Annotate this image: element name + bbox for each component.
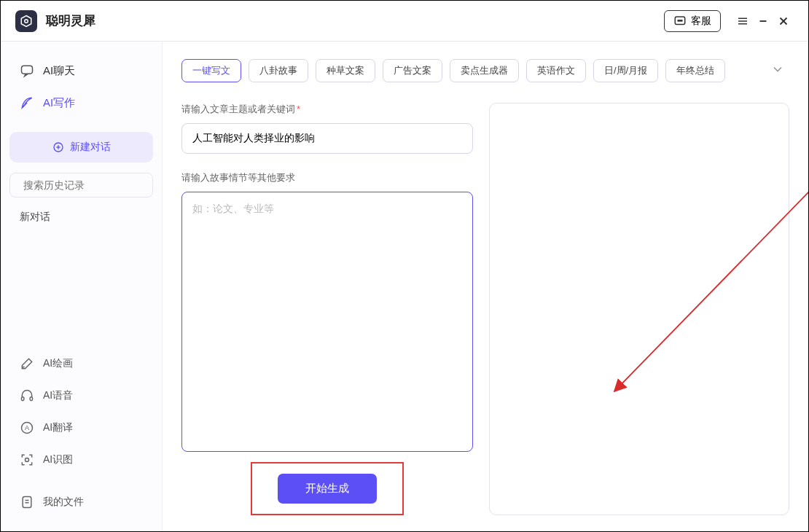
svg-point-3: [678, 20, 679, 21]
feather-icon: [20, 95, 34, 110]
tag-button[interactable]: 一键写文: [181, 59, 241, 82]
file-icon: [20, 495, 34, 509]
input-form: 请输入文章主题或者关键词* 请输入故事情节等其他要求 开始生成: [181, 103, 473, 515]
sidebar-item-voice[interactable]: AI语音: [9, 380, 153, 412]
svg-text:A: A: [25, 424, 30, 431]
sidebar-item-label: AI聊天: [43, 64, 75, 78]
translate-icon: A: [20, 420, 34, 435]
sidebar-item-paint[interactable]: AI绘画: [9, 348, 153, 380]
sidebar-item-chat[interactable]: AI聊天: [9, 55, 153, 87]
sidebar-item-image-recog[interactable]: AI识图: [9, 444, 153, 476]
category-tag-row: 一键写文 八卦故事 种草文案 广告文案 卖点生成器 英语作文 日/周/月报 年终…: [181, 58, 789, 84]
brush-icon: [20, 356, 34, 371]
svg-point-23: [26, 458, 29, 462]
svg-marker-0: [21, 15, 31, 26]
close-button[interactable]: [773, 11, 794, 31]
sidebar-item-label: 我的文件: [43, 496, 84, 509]
topic-label: 请输入文章主题或者关键词*: [181, 103, 473, 116]
titlebar: 聪明灵犀 客服: [1, 1, 808, 42]
tag-button[interactable]: 卖点生成器: [450, 59, 519, 82]
headphones-icon: [20, 388, 34, 403]
sidebar-item-files[interactable]: 我的文件: [9, 486, 153, 518]
tag-button[interactable]: 年终总结: [665, 59, 725, 82]
svg-point-5: [681, 20, 683, 21]
app-logo-icon: [15, 10, 37, 32]
chevron-down-icon: [770, 62, 785, 77]
sidebar-item-label: AI识图: [43, 453, 73, 466]
sidebar-item-label: AI语音: [43, 389, 73, 402]
minimize-button[interactable]: [753, 11, 773, 31]
tag-button[interactable]: 八卦故事: [249, 59, 308, 82]
support-button[interactable]: 客服: [664, 10, 721, 32]
expand-tags-button[interactable]: [766, 58, 789, 84]
tag-button[interactable]: 种草文案: [316, 59, 375, 82]
history-item[interactable]: 新对话: [9, 202, 153, 232]
generate-button[interactable]: 开始生成: [278, 474, 377, 504]
sidebar-item-write[interactable]: AI写作: [9, 87, 153, 119]
support-label: 客服: [691, 15, 711, 28]
svg-rect-12: [22, 66, 33, 74]
svg-rect-24: [23, 497, 31, 508]
tag-button[interactable]: 日/周/月报: [593, 59, 658, 82]
tag-button[interactable]: 英语作文: [526, 59, 586, 82]
new-chat-button[interactable]: 新建对话: [9, 132, 153, 163]
main-panel: 一键写文 八卦故事 种草文案 广告文案 卖点生成器 英语作文 日/周/月报 年终…: [163, 42, 808, 531]
search-history-wrap[interactable]: [9, 173, 153, 197]
svg-rect-19: [22, 397, 24, 401]
svg-point-1: [25, 19, 28, 23]
sidebar-item-label: AI绘画: [43, 357, 73, 370]
generate-highlight-box: 开始生成: [251, 462, 404, 515]
svg-point-4: [679, 20, 681, 21]
menu-button[interactable]: [732, 11, 753, 31]
sidebar-item-translate[interactable]: A AI翻译: [9, 412, 153, 444]
search-history-input[interactable]: [23, 179, 151, 191]
topic-input[interactable]: [181, 123, 473, 154]
chat-icon: [20, 63, 34, 78]
new-chat-label: 新建对话: [70, 141, 111, 154]
detail-label: 请输入故事情节等其他要求: [181, 171, 473, 184]
svg-rect-20: [30, 397, 32, 401]
tag-button[interactable]: 广告文案: [383, 59, 442, 82]
scan-icon: [20, 453, 34, 467]
sidebar: AI聊天 AI写作 新建对话 新对话 AI绘画: [1, 42, 163, 531]
output-panel: [489, 103, 789, 515]
app-title: 聪明灵犀: [46, 12, 95, 29]
sidebar-item-label: AI翻译: [43, 421, 73, 434]
sidebar-item-label: AI写作: [43, 96, 75, 110]
detail-textarea[interactable]: [181, 192, 473, 452]
